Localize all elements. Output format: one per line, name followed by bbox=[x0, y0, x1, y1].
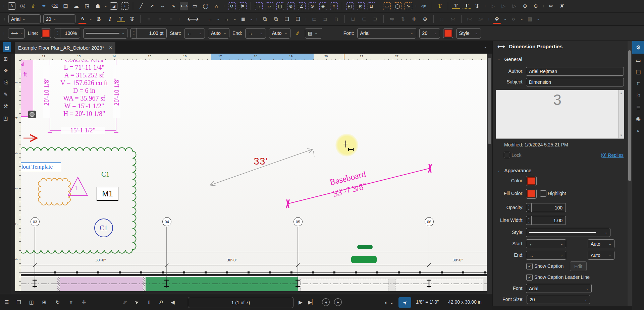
chevron-down-icon[interactable]: ⌄ bbox=[250, 17, 253, 21]
polyline-tool-icon[interactable]: ∿ bbox=[169, 2, 177, 10]
select-tool-icon[interactable]: ➤ bbox=[132, 297, 142, 308]
text-select-tool-icon[interactable]: I bbox=[145, 298, 153, 306]
underline-button[interactable]: T bbox=[117, 16, 125, 22]
measurements-panel-icon[interactable]: ⚒ bbox=[1, 102, 10, 111]
end-arrow-dropdown[interactable]: → ⌄ bbox=[245, 28, 266, 39]
markups-panel-icon[interactable]: ✎ bbox=[1, 90, 10, 99]
style-dropdown[interactable]: ⌄ bbox=[526, 228, 610, 237]
strikethrough-text-tool-icon[interactable]: T bbox=[473, 2, 482, 10]
single-page-view-icon[interactable]: ❐ bbox=[15, 298, 23, 306]
group-button[interactable]: ⧉ bbox=[261, 15, 269, 23]
align-edges-right-button[interactable]: ⊐ bbox=[321, 15, 329, 23]
snap-object-button[interactable]: ∺ bbox=[449, 15, 457, 23]
document-tab[interactable]: Example Floor Plan_AR_October 2023* ✕ bbox=[15, 42, 115, 54]
appearance-section-header[interactable]: ⌄ Appearance bbox=[497, 168, 531, 173]
zoom-out-tool-icon[interactable]: ⊖ bbox=[532, 2, 540, 10]
start-auto-dropdown[interactable]: Auto ⌄ bbox=[208, 28, 229, 39]
grid-bubble[interactable]: 04 bbox=[162, 217, 171, 226]
start-arrow-button[interactable]: ← bbox=[206, 15, 214, 23]
move-button[interactable]: ✛ bbox=[410, 15, 418, 23]
line-width-stepper[interactable]: ⌃⌄ 1.00 pt bbox=[130, 28, 167, 39]
rotate-view-icon[interactable]: ↻ bbox=[54, 298, 62, 306]
font-family-combo[interactable]: Arial ⌄ bbox=[8, 14, 41, 23]
callout-template-box[interactable]: llout Template bbox=[21, 162, 61, 171]
crosshair-view-icon[interactable]: ✛ bbox=[80, 298, 88, 306]
line-color-swatch[interactable] bbox=[41, 28, 51, 38]
thumbnails-panel-icon[interactable]: ⊞ bbox=[1, 55, 10, 63]
insert-text-tool-icon[interactable]: T bbox=[436, 2, 444, 10]
opacity-stepper[interactable]: ⌃⌄ bbox=[526, 203, 532, 212]
panel-menu-icon[interactable]: ☰ bbox=[3, 298, 11, 306]
snapshot-tool-icon[interactable]: ✛ bbox=[121, 2, 128, 10]
cloud-tool-icon[interactable]: ☁ bbox=[72, 2, 80, 10]
toolbar-drag-handle[interactable]: ⁞ bbox=[3, 4, 4, 8]
align-edges-top-button[interactable]: ⊓ bbox=[332, 15, 340, 23]
select-subtract-icon[interactable]: ▷ bbox=[499, 2, 508, 10]
pen-tool-icon[interactable]: ✒ bbox=[40, 2, 48, 10]
embedded-media-button[interactable] bbox=[28, 111, 36, 118]
angle-measure-icon[interactable]: ∠ bbox=[298, 2, 306, 10]
rectangle-tool-icon[interactable]: ▭ bbox=[191, 2, 199, 10]
line-style-dropdown[interactable]: ⌄ bbox=[83, 28, 127, 39]
fill-color-button[interactable]: ⬙ bbox=[493, 14, 501, 24]
caption-style-dropdown[interactable]: ▤ ⌄ bbox=[305, 28, 322, 39]
drawing-canvas[interactable]: sf u ft Concrete Area L = 71'-11 1/4" A … bbox=[21, 60, 487, 291]
scroll-up-icon[interactable]: ▲ bbox=[619, 91, 624, 95]
dimension-text-editing[interactable]: 33' bbox=[254, 156, 268, 167]
places-panel-icon[interactable]: ◉ bbox=[632, 113, 644, 124]
lock-checkbox[interactable] bbox=[504, 152, 510, 158]
sketch-ellipse-tool-icon[interactable]: ◯ bbox=[394, 2, 401, 10]
font-color-button[interactable]: A bbox=[78, 14, 87, 24]
start-arrow-dropdown[interactable]: ← ⌄ bbox=[526, 239, 566, 248]
diameter-measure-icon[interactable]: ⊕ bbox=[287, 2, 295, 10]
opacity-stepper[interactable]: ⌃⌄ 100% bbox=[54, 28, 80, 39]
bold-button[interactable]: B bbox=[95, 15, 103, 23]
tool-type-dropdown[interactable]: ⟷ ⌄ bbox=[8, 28, 25, 39]
zoom-tool-icon[interactable]: ⚲ bbox=[155, 297, 167, 308]
chevron-down-icon[interactable]: ⌄ bbox=[537, 17, 540, 21]
ellipse-measure-icon[interactable]: ⊙ bbox=[309, 2, 316, 10]
distribute-h-button[interactable]: ⇋ bbox=[388, 15, 396, 23]
previous-view-icon[interactable]: ◀ bbox=[322, 298, 330, 306]
split-view-icon[interactable]: ◫ bbox=[28, 298, 36, 306]
dynamic-measure-button[interactable]: ➤ bbox=[398, 297, 411, 308]
subject-input[interactable]: Dimension bbox=[526, 78, 624, 86]
line-tool-icon[interactable]: ╱ bbox=[137, 2, 145, 10]
replies-link[interactable]: (0) Replies bbox=[590, 152, 624, 158]
line-width-stepper[interactable]: ⌃⌄ bbox=[526, 216, 532, 225]
measurements-panel-icon[interactable]: ▭ bbox=[632, 54, 644, 66]
select-add-icon[interactable]: ▷ bbox=[489, 2, 497, 10]
bookmarks-panel-icon[interactable]: ❏ bbox=[632, 66, 644, 78]
panel-scrollbar[interactable] bbox=[628, 41, 632, 306]
grid-bubble[interactable]: 03 bbox=[31, 217, 40, 226]
font-family-dropdown[interactable]: Arial ⌄ bbox=[357, 28, 416, 39]
next-view-icon[interactable]: ▶ bbox=[334, 298, 342, 306]
send-back-button[interactable]: ❐ bbox=[294, 15, 302, 23]
ungroup-button[interactable]: ⧉ bbox=[272, 15, 280, 23]
vertical-scrollbar[interactable] bbox=[487, 54, 492, 294]
show-caption-checkbox[interactable]: ✓ bbox=[526, 263, 533, 269]
volume-measure-icon[interactable]: ◈ bbox=[319, 2, 327, 10]
author-input[interactable]: Ariel Rejtman bbox=[526, 67, 624, 76]
area-measure-icon[interactable]: ▱ bbox=[266, 2, 273, 10]
zoom-in-tool-icon[interactable]: ⊕ bbox=[521, 2, 529, 10]
highlight-checkbox[interactable] bbox=[540, 190, 546, 197]
ellipse-tool-icon[interactable]: ◯ bbox=[201, 2, 210, 10]
align-center-v-button[interactable]: ⊒ bbox=[371, 15, 379, 23]
stamp-tool-icon[interactable]: ☗ bbox=[94, 2, 102, 10]
page-indicator[interactable]: 1 (1 of 7) bbox=[188, 297, 293, 308]
perimeter-measure-icon[interactable]: ▢ bbox=[276, 2, 284, 10]
calibrate-tool-icon[interactable]: ⚑ bbox=[239, 2, 247, 10]
m1-tag-box[interactable]: M1 bbox=[97, 187, 118, 201]
properties-panel-icon[interactable]: ⚙ bbox=[632, 41, 644, 54]
length-measure-icon[interactable]: ↔ bbox=[255, 2, 263, 10]
grid-bubble[interactable]: 05 bbox=[293, 217, 303, 226]
end-auto-dropdown[interactable]: Auto ⌄ bbox=[588, 251, 614, 260]
edit-caption-button[interactable]: Edit bbox=[570, 261, 587, 271]
pan-tool-icon[interactable]: ☞ bbox=[121, 298, 129, 306]
font-color-swatch[interactable] bbox=[443, 28, 453, 38]
end-auto-dropdown[interactable]: Auto ⌄ bbox=[269, 28, 290, 39]
measure-reset-icon[interactable]: ↺ bbox=[228, 2, 236, 10]
align-right-button[interactable]: ≡ bbox=[167, 15, 175, 23]
file-access-button[interactable]: ▤ bbox=[3, 42, 11, 52]
